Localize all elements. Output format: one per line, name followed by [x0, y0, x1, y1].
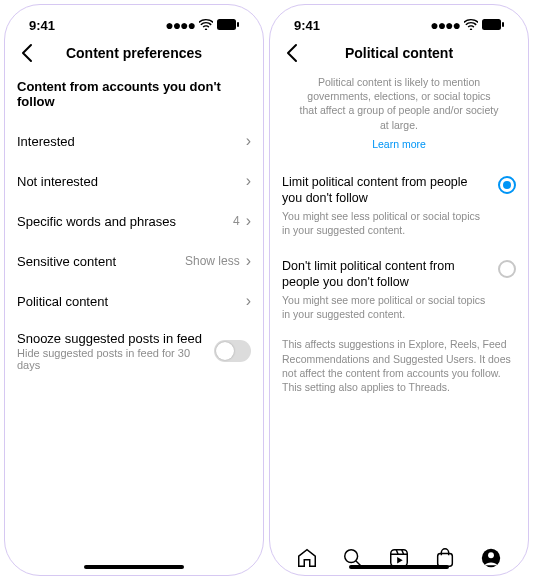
- row-sensitive-content[interactable]: Sensitive content Show less ›: [17, 241, 251, 281]
- row-label: Specific words and phrases: [17, 214, 176, 229]
- option-title: Don't limit political content from peopl…: [282, 258, 488, 291]
- header: Political content: [270, 37, 528, 73]
- row-label: Sensitive content: [17, 254, 116, 269]
- home-icon: [296, 547, 318, 569]
- option-title: Limit political content from people you …: [282, 174, 488, 207]
- option-dont-limit[interactable]: Don't limit political content from peopl…: [282, 248, 516, 332]
- status-indicators: ●●●●: [165, 17, 239, 33]
- chevron-right-icon: ›: [246, 132, 251, 150]
- chevron-right-icon: ›: [246, 212, 251, 230]
- svg-rect-2: [482, 19, 501, 30]
- row-sublabel: Hide suggested posts in feed for 30 days: [17, 347, 214, 371]
- row-specific-words[interactable]: Specific words and phrases 4 ›: [17, 201, 251, 241]
- tab-profile[interactable]: [480, 547, 502, 569]
- row-label: Snooze suggested posts in feed: [17, 331, 214, 346]
- page-title: Content preferences: [66, 45, 202, 61]
- status-bar: 9:41 ●●●●: [270, 5, 528, 37]
- option-limit[interactable]: Limit political content from people you …: [282, 164, 516, 248]
- phone-political-content: 9:41 ●●●● Political content Political co…: [269, 4, 529, 576]
- row-snooze: Snooze suggested posts in feed Hide sugg…: [17, 321, 251, 381]
- profile-icon: [480, 547, 502, 569]
- back-button[interactable]: [19, 43, 33, 69]
- row-label: Interested: [17, 134, 75, 149]
- tab-bar: [270, 537, 528, 575]
- back-button[interactable]: [284, 43, 298, 69]
- svg-rect-0: [217, 19, 236, 30]
- page-title: Political content: [345, 45, 453, 61]
- radio-button-selected[interactable]: [498, 176, 516, 194]
- chevron-right-icon: ›: [246, 172, 251, 190]
- chevron-left-icon: [284, 43, 298, 63]
- svg-rect-1: [237, 22, 239, 27]
- home-indicator: [84, 565, 184, 569]
- row-political-content[interactable]: Political content ›: [17, 281, 251, 321]
- row-label: Political content: [17, 294, 108, 309]
- wifi-icon: [199, 17, 213, 33]
- status-indicators: ●●●●: [430, 17, 504, 33]
- signal-icon: ●●●●: [430, 17, 460, 33]
- row-value: 4: [233, 214, 240, 228]
- status-time: 9:41: [29, 18, 55, 33]
- phone-content-preferences: 9:41 ●●●● Content preferences Content fr…: [4, 4, 264, 576]
- battery-icon: [217, 17, 239, 33]
- chevron-right-icon: ›: [246, 252, 251, 270]
- row-label: Not interested: [17, 174, 98, 189]
- svg-point-4: [345, 550, 358, 563]
- chevron-left-icon: [19, 43, 33, 63]
- tab-home[interactable]: [296, 547, 318, 569]
- option-sub: You might see less political or social t…: [282, 209, 488, 237]
- content-area: Political content is likely to mention g…: [270, 73, 528, 537]
- svg-point-12: [488, 552, 494, 558]
- option-sub: You might see more political or social t…: [282, 293, 488, 321]
- row-interested[interactable]: Interested ›: [17, 121, 251, 161]
- battery-icon: [482, 17, 504, 33]
- header: Content preferences: [5, 37, 263, 73]
- chevron-right-icon: ›: [246, 292, 251, 310]
- status-time: 9:41: [294, 18, 320, 33]
- status-bar: 9:41 ●●●●: [5, 5, 263, 37]
- row-not-interested[interactable]: Not interested ›: [17, 161, 251, 201]
- section-title: Content from accounts you don't follow: [17, 73, 251, 121]
- row-value: Show less: [185, 254, 240, 268]
- footnote: This affects suggestions in Explore, Ree…: [282, 331, 516, 400]
- snooze-toggle[interactable]: [214, 340, 251, 362]
- home-indicator: [349, 565, 449, 569]
- svg-rect-6: [391, 550, 408, 567]
- description: Political content is likely to mention g…: [282, 73, 516, 138]
- content-area: Content from accounts you don't follow I…: [5, 73, 263, 575]
- radio-button[interactable]: [498, 260, 516, 278]
- signal-icon: ●●●●: [165, 17, 195, 33]
- svg-rect-3: [502, 22, 504, 27]
- wifi-icon: [464, 17, 478, 33]
- learn-more-link[interactable]: Learn more: [282, 138, 516, 164]
